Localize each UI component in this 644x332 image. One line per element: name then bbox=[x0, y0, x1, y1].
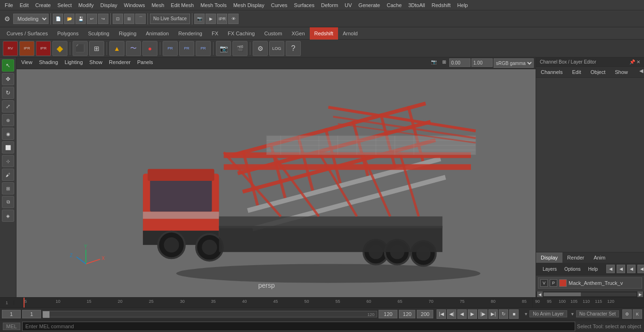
save-scene-icon[interactable]: 💾 bbox=[75, 14, 86, 24]
menu-deform[interactable]: Deform bbox=[318, 1, 341, 9]
menu-help[interactable]: Help bbox=[454, 1, 471, 9]
goto-start-btn[interactable]: |◀ bbox=[437, 309, 446, 319]
right-panel-scrollbar[interactable]: ◀ ▶ bbox=[536, 292, 644, 297]
vp-scale-input[interactable] bbox=[471, 58, 493, 67]
color-space-select[interactable]: sRGB gamma bbox=[494, 58, 534, 68]
show-manip-btn[interactable]: ⊞ bbox=[2, 182, 14, 194]
rs-pr2-btn[interactable]: PR bbox=[179, 41, 194, 56]
options-subtab[interactable]: Options bbox=[561, 266, 583, 273]
edit-tab[interactable]: Edit bbox=[567, 67, 586, 77]
rs-grid-btn[interactable]: ⊞ bbox=[89, 41, 104, 56]
rs-help-btn[interactable]: ? bbox=[286, 41, 301, 56]
scroll-thumb[interactable] bbox=[544, 292, 581, 296]
stop-btn[interactable]: ■ bbox=[509, 309, 519, 319]
sound-end-input[interactable] bbox=[399, 310, 415, 318]
layer-playback[interactable]: P bbox=[550, 279, 557, 287]
tab-arnold[interactable]: Arnold bbox=[338, 27, 363, 40]
rs-cam-btn[interactable]: 📷 bbox=[216, 41, 231, 56]
layer-visibility[interactable]: V bbox=[540, 279, 548, 287]
channel-box-pin-icon[interactable]: 📌 bbox=[629, 59, 635, 65]
menu-3dtoa[interactable]: 3DtoAll bbox=[405, 1, 428, 9]
menu-mesh[interactable]: Mesh bbox=[149, 1, 167, 9]
tab-redshift[interactable]: Redshift bbox=[310, 27, 338, 40]
render-tab[interactable]: Render bbox=[562, 252, 589, 263]
step-fwd-btn[interactable]: |▶ bbox=[478, 309, 487, 319]
channels-tab[interactable]: Channels bbox=[536, 67, 567, 77]
rs-log-btn[interactable]: ◆ bbox=[52, 41, 67, 56]
camera-icon[interactable]: 📷 bbox=[194, 14, 205, 24]
layer-edit-btn[interactable]: ◀ bbox=[617, 265, 625, 273]
show-tab[interactable]: Show bbox=[610, 67, 633, 77]
loop-btn[interactable]: ↻ bbox=[499, 309, 508, 319]
menu-create[interactable]: Create bbox=[33, 1, 54, 9]
layer-opts-btn[interactable]: ◀ bbox=[637, 265, 644, 273]
vp-shading-menu[interactable]: Shading bbox=[36, 58, 61, 68]
tab-custom[interactable]: Custom bbox=[260, 27, 287, 40]
vp-renderer-menu[interactable]: Renderer bbox=[106, 58, 133, 68]
channel-box-close-icon[interactable]: ✕ bbox=[636, 59, 640, 65]
rs-cam2-btn[interactable]: 🎬 bbox=[232, 41, 248, 56]
vp-show-menu[interactable]: Show bbox=[87, 58, 106, 68]
no-live-surface-label[interactable]: No Live Surface bbox=[150, 14, 190, 24]
move-tool-btn[interactable]: ✥ bbox=[2, 73, 14, 85]
layer-del-btn[interactable]: ◀ bbox=[627, 265, 636, 273]
vp-grid-icon[interactable]: ⊞ bbox=[440, 58, 448, 68]
scroll-right-btn[interactable]: ▶ bbox=[637, 292, 643, 297]
rs-ipr-btn[interactable]: IPR bbox=[19, 41, 34, 56]
lasso-btn[interactable]: ⊹ bbox=[2, 155, 14, 167]
scroll-track[interactable] bbox=[544, 292, 636, 296]
menu-mesh-tools[interactable]: Mesh Tools bbox=[198, 1, 229, 9]
tab-rigging[interactable]: Rigging bbox=[114, 27, 141, 40]
tab-curves-surfaces[interactable]: Curves / Surfaces bbox=[2, 27, 52, 40]
display-icon[interactable]: 👁 bbox=[228, 14, 239, 24]
range-start-input[interactable] bbox=[22, 310, 41, 318]
tab-xgen[interactable]: XGen bbox=[287, 27, 309, 40]
rs-pr1-btn[interactable]: PR bbox=[163, 41, 178, 56]
menu-generate[interactable]: Generate bbox=[355, 1, 383, 9]
play-back-btn[interactable]: ◀ bbox=[457, 309, 467, 319]
vp-lighting-menu[interactable]: Lighting bbox=[62, 58, 86, 68]
menu-edit-mesh[interactable]: Edit Mesh bbox=[168, 1, 197, 9]
workspace-selector[interactable]: Modeling bbox=[13, 14, 49, 24]
rs-wave-btn[interactable]: 〜 bbox=[126, 41, 141, 56]
object-tab[interactable]: Object bbox=[586, 67, 610, 77]
scale-tool-btn[interactable]: ⤢ bbox=[2, 100, 14, 113]
menu-mesh-display[interactable]: Mesh Display bbox=[231, 1, 267, 9]
menu-windows[interactable]: Windows bbox=[121, 1, 148, 9]
soft-select-btn[interactable]: ◉ bbox=[2, 128, 14, 140]
menu-surfaces[interactable]: Surfaces bbox=[291, 1, 317, 9]
shelf-settings-icon[interactable]: ⚙ bbox=[2, 14, 12, 24]
rs-sphere-btn[interactable]: ● bbox=[142, 41, 157, 56]
key-all-btn[interactable]: K bbox=[633, 309, 642, 319]
layers-subtab[interactable]: Layers bbox=[540, 266, 560, 273]
fps-input[interactable] bbox=[417, 310, 433, 318]
vp-coord-input[interactable] bbox=[449, 58, 471, 67]
playback-thumb[interactable] bbox=[43, 311, 50, 318]
undo-icon[interactable]: ↩ bbox=[87, 14, 97, 24]
menu-redshift[interactable]: Redshift bbox=[429, 1, 453, 9]
timeline-cursor[interactable] bbox=[24, 298, 25, 308]
rotate-tool-btn[interactable]: ↻ bbox=[2, 87, 14, 99]
tab-fx-caching[interactable]: FX Caching bbox=[223, 27, 259, 40]
script-type-btn[interactable]: MEL bbox=[3, 323, 20, 330]
marquee-btn[interactable]: ⬜ bbox=[2, 141, 14, 154]
auto-key-btn[interactable]: ⚙ bbox=[622, 309, 632, 319]
menu-curves[interactable]: Curves bbox=[268, 1, 290, 9]
select-tool-btn[interactable]: ↖ bbox=[2, 59, 14, 72]
menu-modify[interactable]: Modify bbox=[75, 1, 96, 9]
rs-settings-btn[interactable]: ⚙ bbox=[253, 41, 268, 56]
tab-animation[interactable]: Animation bbox=[141, 27, 173, 40]
tab-fx[interactable]: FX bbox=[207, 27, 223, 40]
step-back-btn[interactable]: ◀| bbox=[447, 309, 456, 319]
channel-collapse-icon[interactable]: ◀ bbox=[638, 67, 644, 77]
menu-file[interactable]: File bbox=[2, 1, 16, 9]
layer-new-btn[interactable]: ◀ bbox=[606, 265, 615, 273]
timeline-track[interactable]: 5 10 15 20 25 30 35 40 45 50 55 60 65 70… bbox=[14, 298, 532, 308]
vp-panels-menu[interactable]: Panels bbox=[134, 58, 156, 68]
current-frame-input[interactable] bbox=[2, 310, 21, 318]
menu-edit[interactable]: Edit bbox=[17, 1, 32, 9]
menu-uv[interactable]: UV bbox=[342, 1, 355, 9]
snap-curve-icon[interactable]: ⌒ bbox=[135, 14, 146, 24]
redo-icon[interactable]: ↪ bbox=[98, 14, 108, 24]
layer-color-swatch[interactable] bbox=[559, 279, 567, 287]
